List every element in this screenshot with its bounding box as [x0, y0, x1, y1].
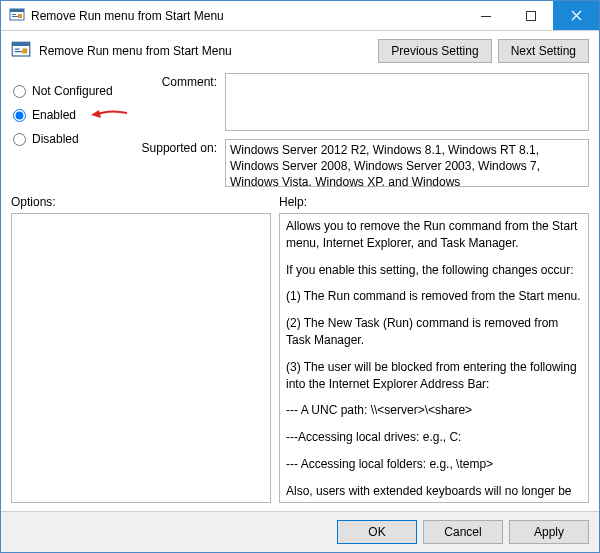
help-text: Allows you to remove the Run command fro…	[286, 218, 582, 252]
help-text: (2) The New Task (Run) command is remove…	[286, 315, 582, 349]
policy-icon	[9, 8, 25, 24]
radio-disabled[interactable]: Disabled	[11, 127, 137, 151]
window-controls	[463, 1, 599, 30]
svg-rect-2	[12, 14, 16, 15]
radio-label: Disabled	[32, 132, 79, 146]
supported-on-text: Windows Server 2012 R2, Windows 8.1, Win…	[230, 143, 540, 187]
next-setting-button[interactable]: Next Setting	[498, 39, 589, 63]
svg-rect-6	[526, 11, 535, 20]
svg-rect-8	[12, 42, 30, 46]
svg-rect-11	[22, 49, 27, 54]
cancel-button[interactable]: Cancel	[423, 520, 503, 544]
radio-disabled-input[interactable]	[13, 133, 26, 146]
help-label: Help:	[279, 195, 589, 209]
radio-label: Not Configured	[32, 84, 113, 98]
supported-on-box[interactable]: Windows Server 2012 R2, Windows 8.1, Win…	[225, 139, 589, 187]
svg-rect-1	[10, 9, 24, 12]
previous-setting-button[interactable]: Previous Setting	[378, 39, 491, 63]
help-text: (1) The Run command is removed from the …	[286, 288, 582, 305]
radio-enabled-input[interactable]	[13, 109, 26, 122]
options-label: Options:	[11, 195, 271, 209]
gpedit-policy-window: Remove Run menu from Start Menu	[0, 0, 600, 553]
help-text: (3) The user will be blocked from enteri…	[286, 359, 582, 393]
svg-rect-10	[15, 51, 23, 52]
help-text: If you enable this setting, the followin…	[286, 262, 582, 279]
help-pane[interactable]: Allows you to remove the Run command fro…	[279, 213, 589, 503]
options-pane[interactable]	[11, 213, 271, 503]
help-text: --- Accessing local folders: e.g., \temp…	[286, 456, 582, 473]
help-text: Also, users with extended keyboards will…	[286, 483, 582, 503]
comment-label: Comment:	[137, 73, 217, 89]
policy-title: Remove Run menu from Start Menu	[39, 44, 232, 58]
svg-rect-9	[15, 49, 20, 50]
comment-textarea[interactable]	[225, 73, 589, 131]
radio-not-configured[interactable]: Not Configured	[11, 79, 137, 103]
state-radio-group: Not Configured Enabled Disabled	[11, 73, 137, 187]
minimize-button[interactable]	[463, 1, 508, 30]
help-text: --- A UNC path: \\<server>\<share>	[286, 402, 582, 419]
annotation-arrow-icon	[89, 107, 129, 123]
help-text: ---Accessing local drives: e.g., C:	[286, 429, 582, 446]
radio-enabled[interactable]: Enabled	[11, 103, 137, 127]
window-title: Remove Run menu from Start Menu	[31, 9, 463, 23]
radio-not-configured-input[interactable]	[13, 85, 26, 98]
svg-rect-5	[481, 16, 491, 17]
ok-button[interactable]: OK	[337, 520, 417, 544]
dialog-footer: OK Cancel Apply	[1, 511, 599, 552]
close-button[interactable]	[553, 1, 599, 30]
titlebar: Remove Run menu from Start Menu	[1, 1, 599, 31]
radio-label: Enabled	[32, 108, 76, 122]
maximize-button[interactable]	[508, 1, 553, 30]
supported-label: Supported on:	[137, 139, 217, 155]
svg-rect-3	[12, 16, 18, 17]
apply-button[interactable]: Apply	[509, 520, 589, 544]
svg-rect-4	[18, 14, 22, 18]
policy-icon	[11, 41, 31, 61]
